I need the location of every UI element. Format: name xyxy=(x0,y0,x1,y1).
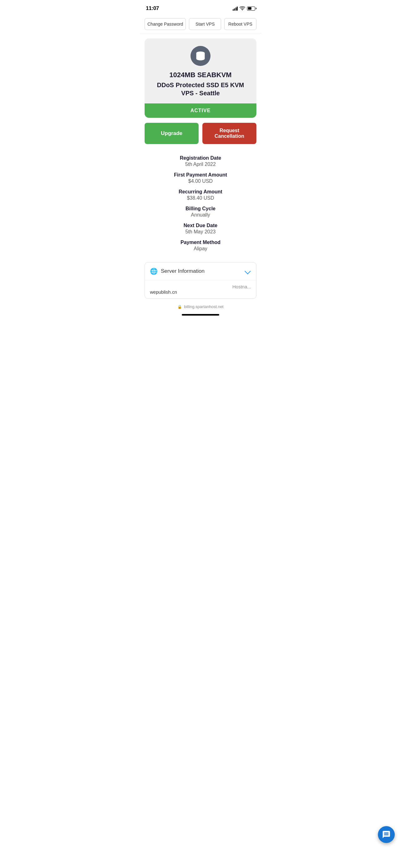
details-section: Registration Date 5th April 2022 First P… xyxy=(140,144,261,259)
reboot-vps-button[interactable]: Reboot VPS xyxy=(224,18,257,30)
browser-url-bar: 🔒 billing.spartanhost.net xyxy=(140,301,261,312)
registration-date-label: Registration Date xyxy=(144,155,257,161)
recurring-amount-label: Recurring Amount xyxy=(144,189,257,195)
change-password-button[interactable]: Change Password xyxy=(144,18,186,30)
next-due-date-value: 5th May 2023 xyxy=(144,229,257,235)
first-payment-value: $4.00 USD xyxy=(144,178,257,184)
signal-bars-icon xyxy=(233,6,238,11)
upgrade-button[interactable]: Upgrade xyxy=(144,123,199,144)
lock-icon: 🔒 xyxy=(177,305,182,309)
service-name: 1024MB SEABKVM xyxy=(169,71,231,79)
url-text: billing.spartanhost.net xyxy=(184,304,223,309)
service-icon xyxy=(191,46,210,66)
battery-icon xyxy=(247,6,255,11)
billing-cycle-value: Annually xyxy=(144,212,257,218)
request-cancellation-button[interactable]: Request Cancellation xyxy=(202,123,257,144)
globe-icon: 🌐 xyxy=(150,268,158,275)
database-icon xyxy=(195,50,206,62)
server-info-label: Server Information xyxy=(161,268,205,274)
server-info-section: 🌐 Server Information Hostna... wepublish… xyxy=(144,262,257,299)
service-card: 1024MB SEABKVM DDoS Protected SSD E5 KVM… xyxy=(144,38,257,118)
registration-date-row: Registration Date 5th April 2022 xyxy=(144,155,257,167)
service-card-body: 1024MB SEABKVM DDoS Protected SSD E5 KVM… xyxy=(144,38,257,103)
payment-method-label: Payment Method xyxy=(144,240,257,245)
start-vps-button[interactable]: Start VPS xyxy=(189,18,221,30)
service-status: ACTIVE xyxy=(144,103,257,118)
server-info-header[interactable]: 🌐 Server Information xyxy=(145,262,256,280)
chevron-down-icon xyxy=(244,268,251,274)
server-info-body: Hostna... wepublish.cn xyxy=(145,280,256,299)
status-time: 11:07 xyxy=(146,5,159,11)
next-due-date-label: Next Due Date xyxy=(144,223,257,228)
hostname-value: wepublish.cn xyxy=(150,289,251,294)
first-payment-row: First Payment Amount $4.00 USD xyxy=(144,172,257,184)
payment-method-value: Alipay xyxy=(144,246,257,251)
recurring-amount-row: Recurring Amount $38.40 USD xyxy=(144,189,257,201)
billing-cycle-label: Billing Cycle xyxy=(144,206,257,212)
status-bar: 11:07 xyxy=(140,0,261,15)
first-payment-label: First Payment Amount xyxy=(144,172,257,178)
svg-point-0 xyxy=(242,9,243,10)
wifi-icon xyxy=(239,6,245,11)
status-icons xyxy=(233,6,256,11)
billing-cycle-row: Billing Cycle Annually xyxy=(144,206,257,218)
server-info-left: 🌐 Server Information xyxy=(150,268,205,275)
registration-date-value: 5th April 2022 xyxy=(144,161,257,167)
top-buttons-row: Change Password Start VPS Reboot VPS xyxy=(140,15,261,33)
recurring-amount-value: $38.40 USD xyxy=(144,195,257,201)
hostname-label: Hostna... xyxy=(150,284,251,289)
service-description: DDoS Protected SSD E5 KVM VPS - Seattle xyxy=(151,81,250,97)
payment-method-row: Payment Method Alipay xyxy=(144,240,257,251)
action-buttons-row: Upgrade Request Cancellation xyxy=(140,118,261,144)
home-indicator xyxy=(182,314,219,316)
next-due-date-row: Next Due Date 5th May 2023 xyxy=(144,223,257,235)
